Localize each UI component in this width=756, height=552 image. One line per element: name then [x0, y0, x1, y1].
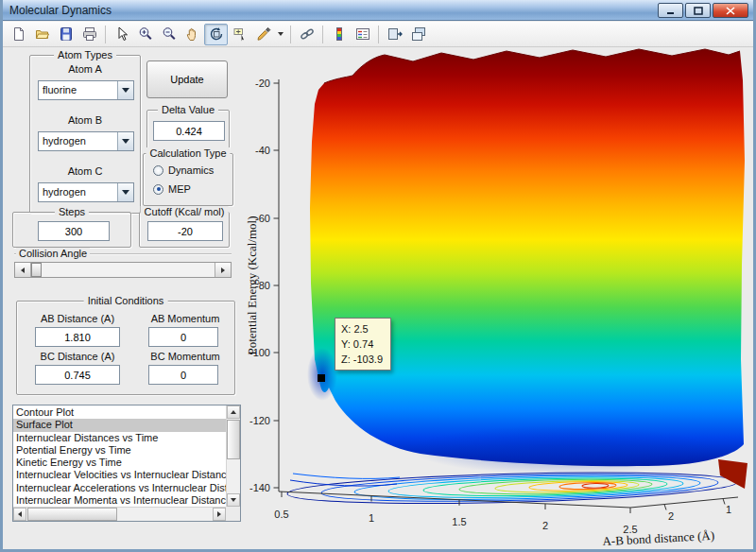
pan-hand-icon — [185, 26, 200, 42]
list-item-selected[interactable]: Surface Plot — [13, 419, 226, 431]
print-figure-icon — [82, 26, 97, 42]
datatip-x: X: 2.5 — [341, 321, 383, 336]
list-item[interactable]: Potential Energy vs Time — [13, 444, 226, 457]
datatip[interactable]: X: 2.5 Y: 0.74 Z: -103.9 — [335, 318, 391, 371]
delta-value-title: Delta Value — [158, 104, 218, 115]
plot-type-listbox[interactable]: Contour Plot Surface Plot Internuclear D… — [12, 405, 241, 522]
dynamics-radio[interactable]: Dynamics — [153, 164, 214, 176]
depth-tick-labels: 2 1 — [668, 504, 731, 522]
zoom-out-button[interactable] — [157, 24, 180, 45]
mep-radio-label: MEP — [168, 183, 191, 195]
bc-momentum-field[interactable] — [148, 365, 218, 385]
arrow-right-icon — [221, 267, 225, 273]
close-button[interactable] — [713, 3, 748, 18]
atom-a-dropdown-button[interactable] — [117, 81, 133, 99]
bc-distance-field[interactable] — [35, 365, 120, 385]
listbox-vertical-scrollbar[interactable] — [226, 405, 240, 507]
atom-b-dropdown[interactable]: hydrogen — [38, 131, 134, 151]
list-item[interactable]: Internuclear Accelerations vs Internucle… — [13, 482, 226, 494]
potential-energy-surface[interactable] — [307, 49, 745, 474]
surface-face[interactable] — [310, 49, 745, 466]
atom-c-dropdown-button[interactable] — [117, 183, 133, 201]
arrow-left-icon — [21, 267, 25, 273]
initial-conditions-title: Initial Conditions — [84, 295, 168, 306]
list-item[interactable]: Contour Plot — [13, 406, 226, 419]
cutoff-panel: Cutoff (Kcal/ mol) — [139, 212, 230, 248]
bc-distance-label: BC Distance (A) — [25, 351, 130, 362]
slider-left-button[interactable] — [15, 263, 31, 277]
update-button[interactable]: Update — [146, 60, 228, 98]
new-figure-icon — [11, 26, 26, 42]
steps-field[interactable] — [38, 221, 110, 241]
pan-button[interactable] — [180, 24, 204, 45]
collision-angle-label: Collision Angle — [16, 248, 90, 259]
x-tick: 0.5 — [274, 509, 288, 520]
list-item[interactable]: Kinetic Energy vs Time — [13, 457, 226, 469]
arrow-up-icon — [231, 410, 236, 414]
listbox-horizontal-scrollbar[interactable] — [13, 507, 226, 521]
titlebar[interactable]: Molecular Dynamics — [3, 0, 753, 21]
edit-plot-button[interactable] — [110, 24, 133, 45]
radio-icon — [153, 165, 163, 176]
plot-type-list: Contour Plot Surface Plot Internuclear D… — [13, 406, 226, 507]
ab-distance-field[interactable] — [35, 327, 120, 347]
close-icon — [726, 7, 735, 15]
data-cursor-marker[interactable] — [318, 374, 325, 382]
chevron-down-icon — [122, 88, 129, 93]
horizontal-scroll-thumb[interactable] — [27, 508, 117, 521]
list-item[interactable]: Internuclear Momenta vs Internuclear Dis… — [13, 494, 226, 507]
atom-b-value: hydrogen — [43, 132, 86, 150]
maximize-icon — [694, 7, 703, 15]
save-figure-icon — [59, 26, 74, 42]
atom-c-label: Atom C — [30, 165, 140, 177]
atom-a-dropdown[interactable]: fluorine — [38, 80, 134, 100]
minimize-icon — [666, 7, 676, 15]
x-tick-labels: 0.5 1 1.5 2 2.5 — [274, 509, 637, 535]
z-tick: -20 — [255, 78, 270, 89]
scroll-down-button[interactable] — [227, 493, 240, 507]
depth-tick: 2 — [668, 510, 674, 522]
scroll-up-button[interactable] — [227, 405, 240, 419]
slider-right-button[interactable] — [215, 263, 231, 277]
slider-thumb[interactable] — [31, 263, 42, 277]
vertical-scroll-thumb[interactable] — [227, 420, 240, 459]
open-file-button[interactable] — [30, 24, 54, 45]
arrow-down-icon — [231, 498, 236, 502]
surface-plot-svg: -20 -40 -60 -80 -100 -120 -140 0.5 1 1.5… — [241, 38, 756, 552]
z-axis-ticks — [274, 83, 280, 488]
chevron-down-icon — [122, 190, 129, 195]
datatip-z: Z: -103.9 — [341, 352, 383, 367]
mep-radio[interactable]: MEP — [153, 183, 191, 195]
z-tick: -40 — [255, 145, 270, 156]
minimize-button[interactable] — [658, 3, 683, 18]
calculation-type-panel: Calculation Type Dynamics MEP — [143, 153, 233, 206]
cutoff-field[interactable] — [147, 221, 223, 241]
print-figure-button[interactable] — [77, 24, 101, 45]
maximize-button[interactable] — [685, 3, 711, 18]
steps-title: Steps — [55, 206, 89, 217]
window-buttons — [658, 3, 748, 18]
arrow-left-icon — [18, 511, 22, 517]
atom-b-label: Atom B — [30, 114, 140, 126]
axes-3d[interactable]: -20 -40 -60 -80 -100 -120 -140 0.5 1 1.5… — [241, 38, 756, 552]
collision-angle-slider[interactable] — [14, 262, 232, 278]
new-figure-button[interactable] — [7, 24, 30, 45]
delta-value-field[interactable] — [153, 121, 225, 141]
ab-momentum-label: AB Momentum — [140, 313, 231, 324]
save-figure-button[interactable] — [54, 24, 77, 45]
scroll-right-button[interactable] — [213, 508, 226, 521]
atom-c-dropdown[interactable]: hydrogen — [38, 182, 134, 202]
delta-value-panel: Delta Value — [146, 110, 230, 149]
ab-momentum-field[interactable] — [148, 327, 218, 347]
list-item[interactable]: Internuclear Velocities vs Internuclear … — [13, 469, 226, 481]
scroll-left-button[interactable] — [13, 508, 26, 521]
z-tick: -140 — [249, 482, 270, 493]
x-tick: 1.5 — [452, 516, 466, 527]
scrollbar-corner — [226, 507, 240, 521]
atom-b-dropdown-button[interactable] — [117, 132, 133, 150]
list-item[interactable]: Internuclear Distances vs Time — [13, 432, 226, 444]
rotate-3d-button[interactable] — [204, 24, 228, 45]
zoom-out-icon — [162, 26, 177, 42]
zoom-in-button[interactable] — [133, 24, 157, 45]
basin-shading — [411, 425, 713, 474]
